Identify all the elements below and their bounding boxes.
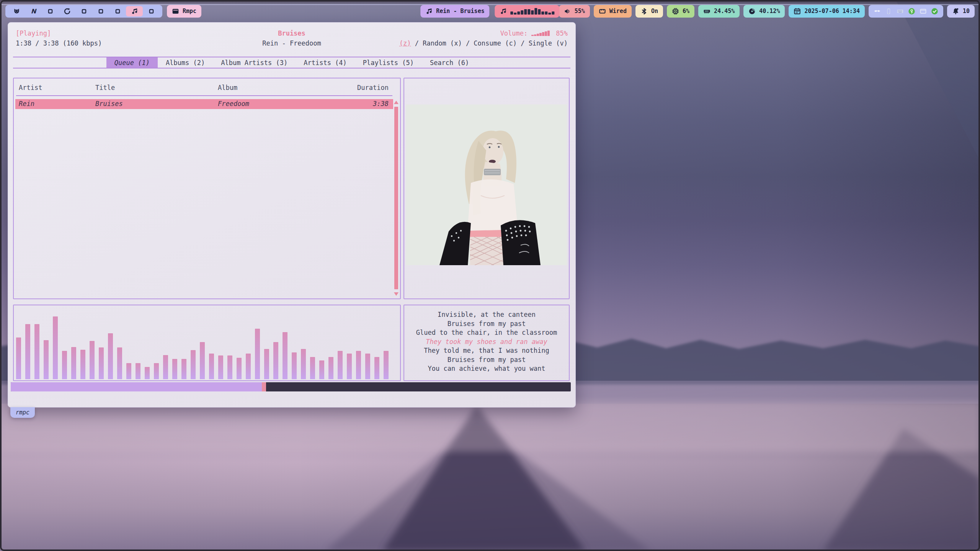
visualizer-bar bbox=[99, 347, 104, 379]
cell-artist: Rein bbox=[19, 100, 34, 108]
album-art-panel bbox=[403, 78, 570, 299]
workspace-square-icon[interactable] bbox=[42, 6, 59, 16]
song-title: Bruises bbox=[278, 29, 305, 37]
check-icon[interactable] bbox=[931, 8, 938, 15]
progress-bar[interactable] bbox=[11, 382, 571, 391]
mustache-icon[interactable] bbox=[874, 8, 881, 15]
keyboard-icon[interactable] bbox=[897, 8, 904, 15]
notifications-pill[interactable]: 10 bbox=[947, 5, 975, 18]
visualizer-bar bbox=[90, 341, 95, 379]
mini-visualizer-bar bbox=[521, 10, 524, 15]
volume-step bbox=[542, 32, 544, 36]
queue-row-selected[interactable]: Rein Bruises Freedoom 3:38 bbox=[15, 99, 393, 109]
bluetooth-pill[interactable]: On bbox=[635, 5, 663, 18]
visualizer-bar bbox=[163, 355, 168, 379]
column-album: Album bbox=[218, 84, 237, 91]
disk-pill[interactable]: 40.12% bbox=[743, 5, 785, 18]
lyrics-line: They told me, that I was nothing bbox=[404, 346, 569, 355]
mini-visualizer-bar bbox=[535, 8, 537, 15]
workspace-square-icon[interactable] bbox=[143, 6, 160, 16]
visualizer-bar bbox=[283, 332, 287, 379]
visualizer-bar bbox=[347, 354, 352, 379]
ethernet-pill[interactable]: Wired bbox=[594, 5, 632, 18]
mini-visualizer-bar bbox=[542, 11, 544, 15]
phone-icon[interactable] bbox=[885, 8, 892, 15]
tab-albums-2[interactable]: Albums (2) bbox=[158, 57, 213, 68]
mini-visualizer-bar bbox=[531, 10, 534, 15]
mini-visualizer-bar bbox=[514, 13, 517, 15]
calendar-icon bbox=[794, 8, 801, 15]
workspace-square-icon[interactable] bbox=[92, 6, 109, 16]
visualizer-bar bbox=[44, 340, 49, 379]
elapsed-time: 1:38 / 3:38 (160 kbps) bbox=[16, 39, 102, 47]
tab-bar: Queue (1)Albums (2)Album Artists (3)Arti… bbox=[13, 57, 570, 68]
cpu-icon bbox=[672, 8, 679, 15]
visualizer-bar bbox=[117, 347, 122, 379]
mini-visualizer bbox=[511, 8, 555, 15]
scrollbar-down-arrow[interactable] bbox=[394, 292, 399, 296]
music-note-icon bbox=[425, 8, 433, 15]
lyrics: Invisible, at the canteenBruises from my… bbox=[404, 310, 569, 373]
calendar-pill[interactable]: 2025-07-06 14:34 bbox=[789, 5, 865, 18]
visualizer-bar bbox=[172, 359, 177, 379]
visualizer-bar bbox=[191, 350, 196, 379]
workspace-refresh-icon[interactable] bbox=[59, 6, 75, 16]
column-duration: Duration bbox=[357, 84, 389, 91]
volume-label: Volume: bbox=[500, 29, 528, 37]
visualizer-bar bbox=[53, 316, 58, 379]
now-playing-pill[interactable]: Rein - Bruises bbox=[420, 5, 489, 18]
workspace-pill: N bbox=[5, 5, 162, 18]
tab-playlists-5[interactable]: Playlists (5) bbox=[355, 57, 422, 68]
workspace-square-icon[interactable] bbox=[109, 6, 126, 16]
ethernet-icon bbox=[599, 8, 606, 15]
header-row-2: 1:38 / 3:38 (160 kbps) Rein - Freedoom (… bbox=[13, 39, 570, 48]
visualizer-bar bbox=[374, 357, 379, 379]
workspace-cat-icon[interactable] bbox=[8, 6, 25, 16]
workspace-square-icon[interactable] bbox=[75, 6, 92, 16]
top-bar-right: 55%WiredOn6%24.45%40.12%2025-07-06 14:34… bbox=[559, 5, 975, 18]
scrollbar-thumb[interactable] bbox=[394, 107, 398, 289]
visualizer-bar bbox=[200, 342, 205, 379]
speaker-pill[interactable]: 55% bbox=[559, 5, 590, 18]
visualizer-bar bbox=[25, 324, 30, 379]
visualizer-bar bbox=[356, 351, 361, 379]
mini-visualizer-bar bbox=[549, 13, 551, 15]
volume-step bbox=[537, 34, 539, 36]
volume-step bbox=[545, 31, 547, 36]
tab-artists-4[interactable]: Artists (4) bbox=[296, 57, 355, 68]
scrollbar-up-arrow[interactable] bbox=[394, 101, 399, 104]
svg-text:N: N bbox=[31, 8, 36, 15]
key-icon[interactable] bbox=[908, 8, 915, 15]
visualizer-bar bbox=[62, 351, 67, 379]
tab-search-6[interactable]: Search (6) bbox=[422, 57, 477, 68]
volume-step bbox=[547, 31, 550, 36]
album-art bbox=[406, 104, 567, 265]
workspace-nix-icon[interactable]: N bbox=[25, 6, 42, 16]
visualizer-bar bbox=[310, 357, 315, 379]
speaker-value: 55% bbox=[575, 8, 585, 15]
now-playing-label: Rein - Bruises bbox=[436, 8, 484, 15]
visualizer-bar bbox=[71, 347, 76, 379]
workspace-music-note-icon[interactable] bbox=[126, 6, 143, 16]
window-icon[interactable] bbox=[920, 8, 927, 15]
bluetooth-icon bbox=[640, 8, 648, 15]
tab-queue-1[interactable]: Queue (1) bbox=[106, 57, 158, 68]
repeat-mode-toggle[interactable]: (z) bbox=[399, 39, 411, 47]
visualizer-bar bbox=[218, 355, 223, 379]
visualizer-bar bbox=[126, 363, 131, 379]
visualizer-bar bbox=[136, 363, 140, 379]
active-window-pill[interactable]: Rmpc bbox=[167, 5, 201, 18]
player-status: [Playing] bbox=[16, 29, 51, 37]
calendar-value: 2025-07-06 14:34 bbox=[804, 8, 860, 15]
top-bar-left: N Rmpc bbox=[5, 5, 201, 18]
ram-pill[interactable]: 24.45% bbox=[698, 5, 740, 18]
visualizer-bar bbox=[80, 350, 85, 379]
tab-album-artists-3[interactable]: Album Artists (3) bbox=[213, 57, 296, 68]
other-mode-toggles[interactable]: / Random (x) / Consume (c) / Single (v) bbox=[411, 39, 568, 47]
screen-top-strip bbox=[0, 0, 980, 4]
visualizer-bar bbox=[209, 354, 214, 379]
volume-step bbox=[531, 35, 534, 36]
cpu-pill[interactable]: 6% bbox=[667, 5, 694, 18]
rmpc-window: [Playing] Bruises Volume: 85% 1:38 / 3:3… bbox=[8, 22, 576, 408]
audio-visualizer-pill[interactable] bbox=[495, 5, 560, 18]
